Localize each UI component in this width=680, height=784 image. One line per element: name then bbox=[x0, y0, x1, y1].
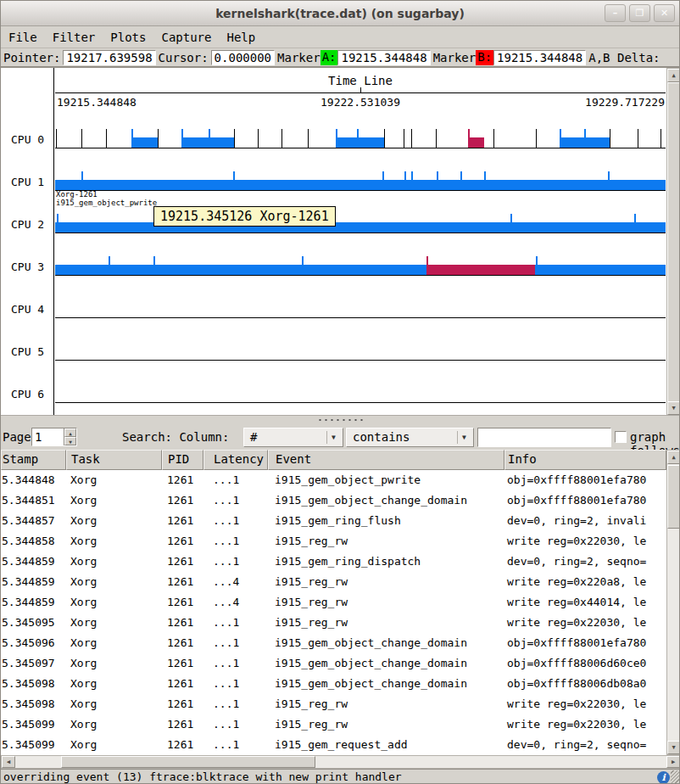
header-event[interactable]: Event bbox=[268, 450, 504, 470]
scroll-right-icon[interactable]: ▶ bbox=[666, 756, 680, 768]
timeline-plot[interactable]: Time Line 19215.344848 19222.531039 1922… bbox=[55, 68, 666, 416]
table-row[interactable]: 5.344851Xorg1261...1i915_gem_object_chan… bbox=[1, 490, 666, 511]
event-tick[interactable] bbox=[81, 129, 82, 148]
table-horizontal-scrollbar[interactable]: ◀ ▶ bbox=[1, 755, 680, 769]
header-pid[interactable]: PID bbox=[162, 450, 203, 470]
table-row[interactable]: 5.345099Xorg1261...1i915_reg_rwwrite reg… bbox=[1, 714, 666, 735]
header-stamp[interactable]: Stamp bbox=[1, 450, 66, 470]
table-row[interactable]: 5.344859Xorg1261...4i915_reg_rwwrite reg… bbox=[1, 572, 666, 592]
task-bar[interactable] bbox=[336, 137, 384, 148]
event-tick[interactable] bbox=[536, 129, 537, 148]
table-row[interactable]: 5.345098Xorg1261...1i915_gem_object_chan… bbox=[1, 674, 666, 694]
cell-latency: ...1 bbox=[203, 674, 268, 694]
table-row[interactable]: 5.345098Xorg1261...1i915_reg_rwwrite reg… bbox=[1, 694, 666, 714]
task-bar[interactable] bbox=[535, 265, 666, 275]
scroll-up-icon[interactable]: ▲ bbox=[667, 451, 680, 464]
task-bar[interactable] bbox=[55, 180, 666, 190]
event-tick[interactable] bbox=[436, 129, 437, 148]
table-row[interactable]: 5.345095Xorg1261...1i915_reg_rwwrite reg… bbox=[1, 613, 666, 633]
event-tick[interactable] bbox=[308, 129, 309, 148]
info-icon[interactable]: i bbox=[657, 771, 670, 784]
cell-event: i915_gem_object_pwrite bbox=[268, 470, 504, 490]
task-bar[interactable] bbox=[426, 265, 535, 275]
menu-capture[interactable]: Capture bbox=[153, 26, 219, 48]
marker-a-label: Marker bbox=[275, 51, 320, 64]
close-button[interactable]: ✕ bbox=[654, 4, 675, 22]
cell-info: obj=0xffff88006db08a0 bbox=[504, 674, 666, 694]
operator-select[interactable]: contains ▼ bbox=[346, 428, 474, 447]
menu-filter[interactable]: Filter bbox=[45, 26, 103, 48]
event-tick[interactable] bbox=[281, 129, 282, 148]
header-info[interactable]: Info bbox=[504, 450, 666, 470]
minimize-button[interactable]: – bbox=[605, 4, 626, 22]
task-bar[interactable] bbox=[55, 222, 666, 232]
cell-task: Xorg bbox=[66, 552, 162, 572]
task-bar[interactable] bbox=[560, 137, 610, 148]
table-row[interactable]: 5.345096Xorg1261...1i915_gem_object_chan… bbox=[1, 633, 666, 653]
task-bar[interactable] bbox=[468, 137, 484, 148]
task-bar[interactable] bbox=[131, 137, 158, 148]
event-tick[interactable] bbox=[493, 129, 494, 148]
scroll-down-icon[interactable]: ▼ bbox=[667, 401, 680, 415]
column-select[interactable]: # ▼ bbox=[243, 428, 343, 447]
titlebar[interactable]: kernelshark(trace.dat) (on sugarbay) – ❐… bbox=[1, 1, 679, 26]
status-text: overriding event (13) ftrace:blktrace wi… bbox=[3, 770, 402, 783]
search-input[interactable] bbox=[477, 428, 611, 447]
pointer-label: Pointer: bbox=[1, 51, 63, 64]
table-row[interactable]: 5.344858Xorg1261...1i915_reg_rwwrite reg… bbox=[1, 531, 666, 552]
cell-pid: 1261 bbox=[162, 490, 203, 511]
timeline-title: Time Line bbox=[55, 74, 666, 87]
scroll-left-icon[interactable]: ◀ bbox=[2, 756, 15, 768]
graph-follows-checkbox[interactable] bbox=[615, 431, 627, 443]
marker-b-badge[interactable]: B: bbox=[476, 50, 493, 65]
cell-task: Xorg bbox=[66, 470, 162, 490]
table-row[interactable]: 5.344859Xorg1261...4i915_reg_rwwrite reg… bbox=[1, 592, 666, 613]
event-tick[interactable] bbox=[384, 129, 385, 148]
event-tick[interactable] bbox=[610, 129, 610, 148]
table-row[interactable]: 5.344859Xorg1261...1i915_gem_ring_dispat… bbox=[1, 552, 666, 572]
cell-event: i915_gem_request_add bbox=[268, 735, 504, 755]
event-tick[interactable] bbox=[404, 129, 404, 148]
event-tick[interactable] bbox=[258, 129, 259, 148]
header-latency[interactable]: Latency bbox=[203, 450, 268, 470]
time-axis bbox=[55, 92, 666, 93]
cell-pid: 1261 bbox=[162, 531, 203, 552]
table-vertical-scrollbar[interactable]: ▲ ▼ bbox=[666, 450, 680, 755]
marker-a-badge[interactable]: A: bbox=[320, 50, 338, 65]
table-row[interactable]: 5.344848Xorg1261...1i915_gem_object_pwri… bbox=[1, 470, 666, 490]
event-tick[interactable] bbox=[158, 129, 159, 148]
event-tick[interactable] bbox=[56, 129, 57, 148]
cell-latency: ...1 bbox=[203, 470, 268, 490]
table-scrollbar-thumb[interactable] bbox=[667, 465, 680, 529]
table-row[interactable]: 5.345097Xorg1261...1i915_gem_object_chan… bbox=[1, 653, 666, 674]
timeline-graph[interactable]: CPU 0CPU 1CPU 2CPU 3CPU 4CPU 5CPU 6 Time… bbox=[1, 67, 680, 415]
maximize-button[interactable]: ❐ bbox=[629, 4, 650, 22]
graph-scrollbar-thumb[interactable] bbox=[667, 82, 680, 402]
event-tick[interactable] bbox=[638, 129, 638, 148]
menu-file[interactable]: File bbox=[1, 26, 45, 48]
event-tick[interactable] bbox=[660, 129, 661, 148]
scroll-up-icon[interactable]: ▲ bbox=[667, 69, 680, 82]
task-bar[interactable] bbox=[55, 265, 426, 275]
menu-help[interactable]: Help bbox=[219, 26, 263, 48]
cell-task: Xorg bbox=[66, 613, 162, 633]
menu-plots[interactable]: Plots bbox=[103, 26, 153, 48]
event-table[interactable]: 5.344848Xorg1261...1i915_gem_object_pwri… bbox=[1, 470, 666, 755]
cell-latency: ...4 bbox=[203, 572, 268, 592]
table-row[interactable]: 5.345099Xorg1261...1i915_gem_request_add… bbox=[1, 735, 666, 755]
table-row[interactable]: 5.344857Xorg1261...1i915_gem_ring_flushd… bbox=[1, 511, 666, 531]
event-tick[interactable] bbox=[411, 129, 412, 148]
pane-splitter[interactable] bbox=[1, 415, 680, 425]
page-spinner[interactable]: 1 ▲ ▼ bbox=[31, 428, 77, 446]
spin-down-icon[interactable]: ▼ bbox=[64, 437, 76, 445]
resize-grip[interactable] bbox=[671, 770, 680, 784]
scroll-down-icon[interactable]: ▼ bbox=[667, 741, 680, 754]
graph-vertical-scrollbar[interactable]: ▲ ▼ bbox=[666, 68, 680, 416]
spin-up-icon[interactable]: ▲ bbox=[64, 428, 76, 437]
task-bar[interactable] bbox=[181, 137, 234, 148]
horizontal-scrollbar-thumb[interactable] bbox=[61, 756, 315, 768]
header-task[interactable]: Task bbox=[66, 450, 162, 470]
event-tick[interactable] bbox=[234, 129, 235, 148]
event-tick[interactable] bbox=[106, 129, 107, 148]
cell-stamp: 5.345098 bbox=[1, 694, 66, 714]
